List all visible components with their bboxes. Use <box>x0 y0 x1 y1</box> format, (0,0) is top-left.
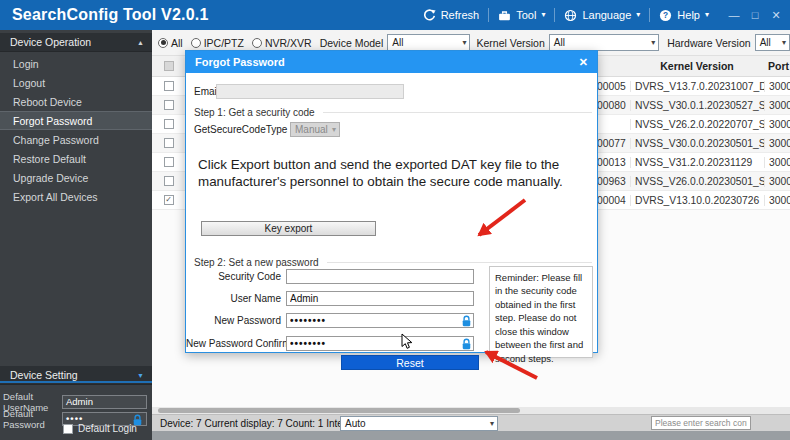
tool-menu[interactable]: Tool ▾ <box>489 0 554 30</box>
dialog-body: Email Step 1: Get a security code GetSec… <box>186 73 597 354</box>
reminder-text: Reminder: Please fill in the security co… <box>489 266 593 358</box>
cell-port: 3000 <box>764 138 790 149</box>
svg-text:?: ? <box>663 10 668 20</box>
cell-kernel-version: NVSS_V26.2.0.20220707_SP3 <box>630 119 764 130</box>
chevron-down-icon: ▾ <box>462 39 466 47</box>
app-window: SearchConfig Tool V2.0.1 Refresh Tool ▾ … <box>0 0 790 440</box>
cell-port: 3000 <box>764 195 790 206</box>
user-name-row: User Name <box>186 291 474 306</box>
confirm-password-label: New Password Confirmation <box>186 338 286 349</box>
help-menu[interactable]: ? Help ▾ <box>650 0 718 30</box>
kernel-version-select[interactable]: All▾ <box>549 34 659 51</box>
scrollbar-thumb[interactable] <box>158 408 520 413</box>
key-export-button[interactable]: Key export <box>201 221 376 236</box>
dialog-titlebar[interactable]: Forgot Password ✕ <box>186 51 597 73</box>
sidebar-item-change-password[interactable]: Change Password <box>0 130 152 149</box>
sidebar-item-forgot-password[interactable]: Forgot Password <box>0 111 152 130</box>
default-login-row: Default Login <box>63 423 137 434</box>
select-all-checkbox[interactable] <box>164 61 174 71</box>
sidebar-item-label: Restore Default <box>13 153 86 165</box>
row-checkbox[interactable]: ✓ <box>164 195 174 205</box>
dialog-close-button[interactable]: ✕ <box>579 56 588 69</box>
sidebar-header-device-operation[interactable]: Device Operation ▲ <box>0 33 152 52</box>
refresh-button[interactable]: Refresh <box>414 0 489 30</box>
chevron-down-icon: ▾ <box>490 420 494 428</box>
user-name-field[interactable] <box>286 291 474 306</box>
radio-icon <box>252 38 262 48</box>
secure-code-type-select[interactable]: Manual ▾ <box>290 122 340 137</box>
security-code-label: Security Code <box>186 271 286 282</box>
sidebar-item-logout[interactable]: Logout <box>0 73 152 92</box>
hardware-version-value: All <box>760 37 771 48</box>
table-header-checkbox-cell <box>152 61 185 71</box>
search-input[interactable] <box>651 416 751 430</box>
help-icon: ? <box>659 9 672 22</box>
sidebar-item-label: Reboot Device <box>13 96 82 108</box>
row-checkbox[interactable] <box>164 138 174 148</box>
radio-all[interactable]: All <box>158 37 183 49</box>
minimize-button[interactable]: — <box>728 10 740 21</box>
table-header-port[interactable]: Port <box>764 60 790 72</box>
row-checkbox[interactable] <box>164 100 174 110</box>
radio-nvr-xvr[interactable]: NVR/XVR <box>252 37 312 49</box>
language-label: Language <box>582 9 631 21</box>
refresh-icon <box>423 9 436 22</box>
sidebar-item-label: Upgrade Device <box>13 172 88 184</box>
close-button[interactable]: ✕ <box>770 10 782 21</box>
new-password-field[interactable] <box>286 313 474 328</box>
sidebar-item-upgrade-device[interactable]: Upgrade Device <box>0 168 152 187</box>
sidebar-item-login[interactable]: Login <box>0 54 152 73</box>
row-checkbox[interactable] <box>164 81 174 91</box>
cell-port: 3000 <box>764 119 790 130</box>
confirm-password-field[interactable] <box>286 336 474 351</box>
horizontal-scrollbar[interactable] <box>152 407 790 414</box>
device-model-select[interactable]: All▾ <box>387 34 470 51</box>
sidebar-item-label: Logout <box>13 77 45 89</box>
cell-kernel-version: NVSS_V30.0.0.20230501_SP1 <box>630 138 764 149</box>
step2-label: Step 2: Set a new password <box>194 257 319 268</box>
maximize-button[interactable]: □ <box>749 10 761 21</box>
row-checkbox[interactable] <box>164 157 174 167</box>
default-password-label: Default Password <box>0 408 62 430</box>
new-password-row: New Password <box>186 313 474 328</box>
default-username-field[interactable]: Admin <box>62 395 147 409</box>
cell-kernel-version: NVSS_V31.2.0.20231129 <box>630 157 764 168</box>
language-menu[interactable]: Language ▾ <box>555 0 649 30</box>
chevron-down-icon: ▾ <box>636 11 640 19</box>
sidebar-item-restore-default[interactable]: Restore Default <box>0 149 152 168</box>
kernel-version-value: All <box>554 37 565 48</box>
table-header-kernel[interactable]: Kernel Version <box>630 60 764 72</box>
cell-kernel-version: NVSS_V26.0.0.20230501_SP1 <box>630 176 764 187</box>
radio-icon <box>158 38 168 48</box>
lock-icon <box>461 315 472 327</box>
default-login-label: Default Login <box>78 423 137 434</box>
cell-fragment: 00004 <box>595 195 630 206</box>
chevron-down-icon: ▾ <box>651 39 655 47</box>
interfaces-select[interactable]: Auto▾ <box>340 416 498 431</box>
secure-code-type-label: GetSecureCodeType <box>194 124 286 135</box>
dialog-title: Forgot Password <box>195 56 285 68</box>
row-checkbox[interactable] <box>164 176 174 186</box>
step1-label: Step 1: Get a security code <box>194 107 315 118</box>
titlebar-menu: Refresh Tool ▾ Language ▾ ? Help ▾ — <box>414 0 782 30</box>
app-title: SearchConfig Tool V2.0.1 <box>0 6 209 24</box>
default-login-checkbox[interactable] <box>63 424 73 434</box>
device-operation-label: Device Operation <box>10 36 91 48</box>
email-field[interactable] <box>216 84 404 99</box>
chevron-down-icon: ▾ <box>705 11 709 19</box>
sidebar-item-reboot-device[interactable]: Reboot Device <box>0 92 152 111</box>
radio-ipc-ptz[interactable]: IPC/PTZ <box>191 37 244 49</box>
sidebar-item-export-all-devices[interactable]: Export All Devices <box>0 187 152 206</box>
toolbox-icon <box>498 9 511 22</box>
interfaces-value: Auto <box>345 418 366 429</box>
cell-port: 3000 <box>764 157 790 168</box>
sidebar-items: LoginLogoutReboot DeviceForgot PasswordC… <box>0 54 152 206</box>
email-label: Email <box>194 86 212 97</box>
chevron-down-icon: ▾ <box>541 11 545 19</box>
secure-code-type-row: GetSecureCodeType Manual ▾ <box>194 122 340 137</box>
email-row: Email <box>194 84 404 99</box>
row-checkbox[interactable] <box>164 119 174 129</box>
reset-button[interactable]: Reset <box>341 355 479 370</box>
hardware-version-select[interactable]: All▾ <box>755 34 790 51</box>
security-code-field[interactable] <box>286 269 474 284</box>
